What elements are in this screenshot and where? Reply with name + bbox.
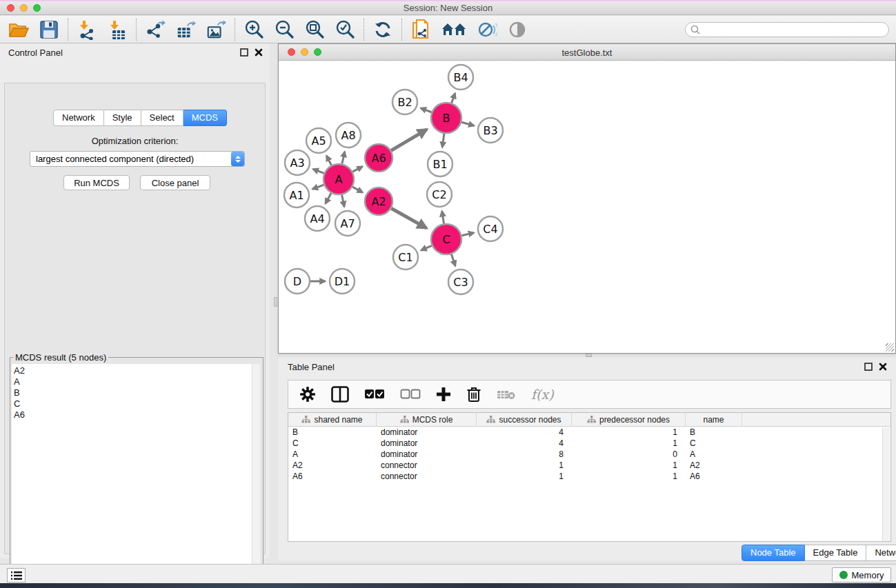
- hide-graphics-details-icon[interactable]: [477, 19, 497, 40]
- delete-column-trash-icon[interactable]: [466, 386, 481, 403]
- edge-B-B2[interactable]: [421, 108, 432, 112]
- show-graphics-details-icon[interactable]: [507, 19, 528, 40]
- memory-button[interactable]: Memory: [832, 567, 891, 582]
- edge-A-A3[interactable]: [313, 169, 324, 173]
- export-image-icon[interactable]: [206, 19, 226, 40]
- task-history-button[interactable]: [7, 568, 26, 582]
- edge-C-C1[interactable]: [421, 245, 432, 250]
- select-all-columns-icon[interactable]: [364, 388, 385, 401]
- cell-name[interactable]: B: [686, 427, 742, 438]
- table-row[interactable]: Bdominator41B: [288, 427, 890, 438]
- cell-shared-name[interactable]: A2: [288, 460, 377, 471]
- close-panel-icon[interactable]: [255, 48, 263, 57]
- tab-select[interactable]: Select: [141, 110, 183, 126]
- edge-C-C2[interactable]: [442, 211, 444, 223]
- cell-shared-name[interactable]: B: [288, 427, 377, 438]
- splitter-handle[interactable]: [274, 297, 277, 307]
- node-D1[interactable]: D1: [330, 269, 355, 294]
- node-A3[interactable]: A3: [285, 150, 310, 175]
- import-table-icon[interactable]: [107, 19, 128, 40]
- node-C4[interactable]: C4: [478, 216, 503, 241]
- cell-shared-name[interactable]: A: [288, 449, 377, 460]
- cell-predecessor-nodes[interactable]: 1: [572, 427, 686, 438]
- cell-shared-name[interactable]: C: [288, 438, 377, 449]
- cell-MCDS-role[interactable]: dominator: [377, 449, 477, 460]
- cell-name[interactable]: A2: [686, 460, 742, 471]
- mcds-result-item[interactable]: A6: [14, 409, 253, 420]
- edge-A-A5[interactable]: [326, 156, 331, 165]
- show-columns-icon[interactable]: [331, 386, 349, 403]
- column-header-MCDS-role[interactable]: MCDS role: [377, 413, 477, 427]
- run-mcds-button[interactable]: Run MCDS: [63, 175, 130, 190]
- table-row[interactable]: Cdominator41C: [288, 438, 890, 449]
- node-A1[interactable]: A1: [284, 183, 309, 207]
- cell-name[interactable]: A: [686, 449, 742, 460]
- node-B[interactable]: B: [431, 103, 461, 133]
- cell-successor-nodes[interactable]: 8: [477, 449, 572, 460]
- mcds-list-scrollbar[interactable]: [252, 364, 260, 588]
- table-row[interactable]: A2connector11A2: [288, 460, 890, 471]
- window-resize-grip[interactable]: [886, 343, 894, 352]
- edge-A-A7[interactable]: [342, 195, 345, 207]
- float-panel-icon[interactable]: [864, 363, 873, 371]
- refresh-layout-icon[interactable]: [372, 19, 393, 40]
- cell-MCDS-role[interactable]: dominator: [377, 438, 477, 449]
- column-header-shared-name[interactable]: shared name: [288, 413, 377, 427]
- cell-predecessor-nodes[interactable]: 1: [572, 460, 686, 471]
- node-C1[interactable]: C1: [393, 245, 418, 270]
- node-D[interactable]: D: [285, 269, 310, 294]
- close-panel-icon[interactable]: [879, 363, 887, 371]
- unselect-all-columns-icon[interactable]: [400, 388, 421, 401]
- column-header-successor-nodes[interactable]: successor nodes: [477, 413, 572, 427]
- tab-edge-table[interactable]: Edge Table: [805, 545, 867, 561]
- mcds-result-item[interactable]: B: [14, 387, 253, 398]
- create-column-plus-icon[interactable]: [436, 387, 451, 402]
- tab-style[interactable]: Style: [104, 110, 141, 126]
- network-window-titlebar[interactable]: testGlobe.txt: [279, 44, 895, 61]
- table-row[interactable]: Adominator80A: [288, 449, 890, 460]
- zoom-out-icon[interactable]: [274, 19, 295, 40]
- table-row[interactable]: A6connector11A6: [288, 471, 890, 482]
- zoom-selected-icon[interactable]: [335, 19, 355, 40]
- mcds-result-list[interactable]: A2ABCA6: [12, 364, 253, 588]
- node-B3[interactable]: B3: [478, 118, 503, 143]
- cell-name[interactable]: C: [686, 438, 742, 449]
- edge-A-A8[interactable]: [342, 152, 345, 163]
- table-scrollbar[interactable]: [882, 427, 890, 541]
- node-C2[interactable]: C2: [427, 182, 452, 207]
- cell-shared-name[interactable]: A6: [288, 471, 377, 482]
- cell-successor-nodes[interactable]: 1: [477, 460, 572, 471]
- edge-B-B1[interactable]: [442, 134, 444, 148]
- cell-successor-nodes[interactable]: 4: [477, 427, 572, 438]
- delete-table-icon[interactable]: [497, 388, 516, 401]
- edge-A-A1[interactable]: [312, 185, 323, 189]
- new-network-from-selection-icon[interactable]: [410, 19, 431, 40]
- edge-C-C4[interactable]: [461, 233, 474, 236]
- cell-predecessor-nodes[interactable]: 0: [572, 449, 686, 460]
- cell-name[interactable]: A6: [686, 471, 742, 482]
- edge-A-A6[interactable]: [352, 167, 362, 172]
- zoom-fit-icon[interactable]: [304, 19, 325, 40]
- tab-network[interactable]: Network: [53, 110, 104, 126]
- node-B1[interactable]: B1: [428, 152, 452, 176]
- node-A8[interactable]: A8: [336, 123, 361, 148]
- edge-B-B3[interactable]: [461, 122, 474, 125]
- network-graph[interactable]: AA2A6BCA1A3A4A5A7A8B1B2B3B4C1C2C3C4DD1: [279, 61, 895, 353]
- float-panel-icon[interactable]: [240, 48, 248, 57]
- node-C[interactable]: C: [431, 224, 461, 254]
- tab-node-table[interactable]: Node Table: [741, 545, 805, 561]
- mcds-result-item[interactable]: A: [14, 376, 253, 387]
- tab-mcds[interactable]: MCDS: [183, 110, 227, 126]
- node-A2[interactable]: A2: [365, 187, 392, 215]
- zoom-in-icon[interactable]: [243, 19, 264, 40]
- edge-A2-C[interactable]: [391, 208, 426, 228]
- node-table[interactable]: shared nameMCDS rolesuccessor nodesprede…: [288, 412, 891, 542]
- mcds-result-item[interactable]: C: [14, 398, 253, 409]
- node-A4[interactable]: A4: [305, 206, 330, 231]
- mcds-result-item[interactable]: A2: [14, 365, 253, 376]
- column-header-name[interactable]: name: [686, 413, 742, 427]
- edge-A6-B[interactable]: [391, 130, 427, 150]
- edge-A-A2[interactable]: [352, 187, 363, 192]
- node-B2[interactable]: B2: [392, 90, 417, 114]
- edge-C-C3[interactable]: [451, 254, 455, 266]
